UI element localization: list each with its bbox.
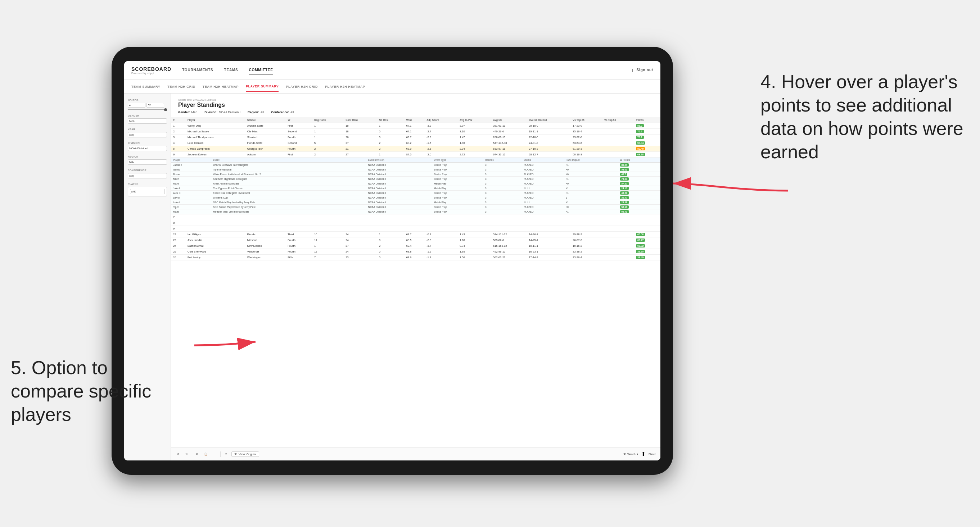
w-points-badge: 43.50	[620, 191, 629, 195]
toolbar-ellipsis-btn[interactable]: …	[212, 451, 218, 457]
sidebar-no-rds-max[interactable]	[146, 103, 164, 108]
inner-cell-rounds: 3	[483, 190, 522, 195]
cell-conf-rank: 15	[343, 123, 377, 129]
nav-sign-out[interactable]: Sign out	[637, 66, 653, 75]
inner-cell-type: Match Play	[432, 200, 483, 205]
cell-points[interactable]: 60.58	[634, 232, 660, 237]
cell-points[interactable]: 60.27	[634, 237, 660, 243]
toolbar-watch-btn[interactable]: 👁 Watch ▾	[623, 452, 638, 456]
toolbar-copy-btn[interactable]: ⧉	[194, 451, 200, 457]
toolbar-clock-btn[interactable]: ⏱	[223, 451, 229, 457]
nav-tournaments[interactable]: TOURNAMENTS	[182, 66, 213, 75]
inner-table-body: Jacob K UNCW Seahawk Intercollegiate NCA…	[171, 163, 660, 214]
sidebar-gender-select[interactable]: Men	[128, 118, 167, 124]
subnav-player-summary[interactable]: PLAYER SUMMARY	[246, 82, 278, 92]
subnav-team-h2h-heatmap[interactable]: TEAM H2H HEATMAP	[203, 82, 239, 91]
cell-adj-score: -2.7	[424, 129, 457, 135]
cell-avg-sg: 547-142-38	[491, 140, 527, 146]
sidebar-year-select[interactable]: (All)	[128, 132, 167, 137]
inner-table-row: Luke I SEC Match Play hosted by Jerry Pa…	[171, 200, 660, 205]
sidebar-division-select[interactable]: NCAA Division I	[128, 146, 167, 151]
inner-cell-wpoints: 53.60	[618, 167, 661, 172]
region-label: Region:	[248, 110, 259, 114]
cell-school: Florida	[245, 232, 285, 237]
sidebar-year-section: Year (All)	[128, 128, 167, 137]
cell-reg-rank: 1	[312, 123, 343, 129]
inner-cell-event: Southern Highlands Collegiate	[211, 177, 366, 181]
subnav-team-summary[interactable]: TEAM SUMMARY	[131, 82, 160, 91]
points-badge: 68.18	[636, 153, 645, 156]
cell-placeholder	[185, 214, 634, 220]
inner-cell-wpoints: 57.57	[618, 181, 661, 186]
inner-cell-rank: +0	[563, 205, 618, 210]
cell-points[interactable]: 38.49	[634, 255, 660, 260]
table-row-highlighted[interactable]: 5 Christo Lamprecht Georgia Tech Fourth …	[171, 146, 660, 152]
cell-points[interactable]: 76.2	[634, 129, 660, 135]
cell-vs50	[602, 243, 634, 249]
cell-vs25: 50-16-8	[570, 152, 602, 157]
w-points-badge: 66.40	[620, 210, 629, 213]
cell-overall: 27-10-2	[527, 146, 570, 152]
nav-right: | Sign out	[632, 66, 653, 75]
inner-cell-division: NCAA Division I	[366, 205, 432, 210]
nav-teams[interactable]: TEAMS	[224, 66, 238, 75]
toolbar-view-btn[interactable]: 👁 View: Original	[231, 451, 259, 457]
cell-points[interactable]: 68.18	[634, 152, 660, 157]
cell-yr: Second	[285, 140, 312, 146]
cell-points[interactable]: 60.02	[634, 243, 660, 249]
toolbar-undo-btn[interactable]: ↺	[175, 451, 181, 457]
inner-cell-wpoints: 29.38	[618, 200, 661, 205]
toolbar-export-icon[interactable]: ⬆	[641, 451, 646, 457]
toolbar-divider-2	[220, 451, 221, 457]
cell-no-rds: 2	[377, 146, 404, 152]
col-reg-rank: Reg Rank	[312, 117, 343, 123]
inner-cell-status: PLAYED	[522, 195, 563, 200]
cell-points[interactable]: 39.95	[634, 249, 660, 255]
table-row[interactable]: 8	[171, 220, 660, 226]
cell-reg-rank: 7	[312, 255, 343, 260]
table-row[interactable]: 1 Wenyi Ding Arizona State First 1 15 1 …	[171, 123, 660, 129]
cell-points[interactable]: 58.34	[634, 140, 660, 146]
subnav-player-h2h-grid[interactable]: PLAYER H2H GRID	[286, 82, 318, 91]
inner-cell-status: PLAYED	[522, 181, 563, 186]
table-row[interactable]: 7	[171, 214, 660, 220]
sidebar-slider-thumb[interactable]	[164, 108, 167, 111]
toolbar-share-btn[interactable]: Share	[649, 452, 656, 456]
cell-yr: Fourth	[285, 237, 312, 243]
inner-cell-player: Gordo	[171, 167, 211, 172]
inner-cell-type: Match Play	[432, 181, 483, 186]
inner-table-row: Mattt Mirabek Maui Jim Intercollegiate N…	[171, 210, 660, 214]
table-row[interactable]: 3 Michael Thorbjornsen Stanford Fourth 1…	[171, 135, 660, 140]
table-row[interactable]: 23 Jack Lundin Missouri Fourth 11 24 0 6…	[171, 237, 660, 243]
cell-player: Jack Lundin	[185, 237, 245, 243]
annotation-top-right: 4. Hover over a player's points to see a…	[760, 70, 969, 163]
sidebar-player-select[interactable]: (All)	[130, 189, 165, 194]
cell-reg-rank: 1	[312, 243, 343, 249]
cell-avg-to-par: 1.43	[457, 232, 491, 237]
table-row[interactable]: 2 Michael La Sasso Ole Miss Second 1 18 …	[171, 129, 660, 135]
sidebar-no-rds-min[interactable]	[128, 103, 145, 108]
cell-avg-sg: 533-57-16	[491, 146, 527, 152]
table-row[interactable]: 22 Ian Gilligan Florida Third 10 24 1 68…	[171, 232, 660, 237]
sidebar-slider-track[interactable]	[128, 109, 167, 110]
subnav-player-h2h-heatmap[interactable]: PLAYER H2H HEATMAP	[325, 82, 365, 91]
table-row[interactable]: 9	[171, 226, 660, 232]
cell-vs50	[602, 249, 634, 255]
cell-wins: 68.5	[404, 237, 425, 243]
toolbar-paste-btn[interactable]: 📋	[202, 451, 210, 457]
cell-player: Christo Lamprecht	[185, 146, 245, 152]
nav-committee[interactable]: COMMITTEE	[249, 66, 273, 75]
table-row[interactable]: 25 Cole Sherwood Vanderbilt Fourth 12 24…	[171, 249, 660, 255]
table-row[interactable]: 6 Jackson Koivun Auburn First 2 27 1 87.…	[171, 152, 660, 157]
sidebar-conference-select[interactable]: (All)	[128, 173, 167, 178]
table-row[interactable]: 26 Petr Hruby Washington Fifth 7 23 0 68…	[171, 255, 660, 260]
table-row[interactable]: 4 Luke Clanton Florida State Second 5 27…	[171, 140, 660, 146]
sidebar-region-select[interactable]: N/A	[128, 159, 167, 165]
table-row[interactable]: 24 Bastien Amat New Mexico Fourth 1 27 2…	[171, 243, 660, 249]
subnav-team-h2h-grid[interactable]: TEAM H2H GRID	[167, 82, 196, 91]
inner-cell-division: NCAA Division I	[366, 200, 432, 205]
cell-points[interactable]: 80.49	[634, 146, 660, 152]
cell-points[interactable]: 70.2	[634, 135, 660, 140]
cell-points[interactable]: 88.2	[634, 123, 660, 129]
toolbar-redo-btn[interactable]: ↻	[183, 451, 190, 457]
